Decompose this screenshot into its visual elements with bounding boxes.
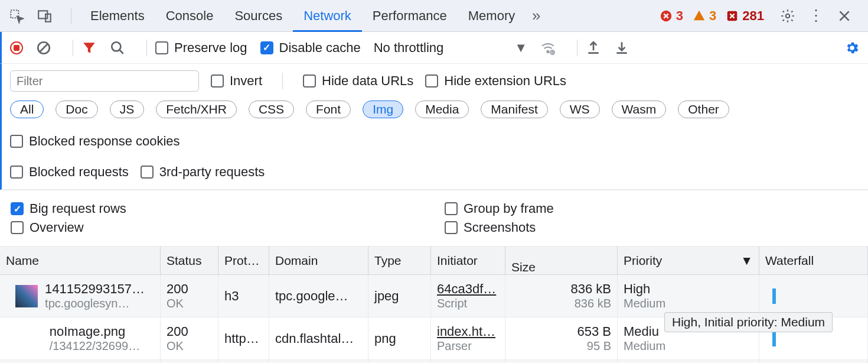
hide-data-urls-checkbox[interactable]: Hide data URLs bbox=[303, 73, 413, 89]
throttling-select[interactable]: No throttling▼ bbox=[374, 40, 527, 56]
hide-extension-urls-checkbox[interactable]: Hide extension URLs bbox=[425, 73, 566, 89]
network-conditions-icon[interactable] bbox=[540, 40, 556, 56]
filter-section: Invert Hide data URLs Hide extension URL… bbox=[0, 64, 868, 190]
filter-type-img[interactable]: Img bbox=[363, 101, 403, 118]
filter-type-fetchxhr[interactable]: Fetch/XHR bbox=[156, 101, 237, 118]
col-type[interactable]: Type bbox=[368, 247, 431, 274]
panel-tabs: Elements Console Sources Network Perform… bbox=[80, 0, 655, 32]
group-frame-checkbox[interactable]: Group by frame bbox=[445, 201, 857, 216]
priority-tooltip: High, Initial priority: Medium bbox=[664, 312, 833, 332]
table-row[interactable]: 141152993157…tpc.googlesyn…200OKh3tpc.go… bbox=[0, 275, 868, 317]
filter-type-css[interactable]: CSS bbox=[249, 101, 294, 118]
sort-desc-icon: ▼ bbox=[740, 254, 753, 268]
filter-input[interactable] bbox=[10, 70, 199, 92]
overview-checkbox[interactable]: Overview bbox=[11, 220, 423, 235]
inspect-icon[interactable] bbox=[6, 5, 27, 27]
filter-type-media[interactable]: Media bbox=[415, 101, 469, 118]
preserve-log-checkbox[interactable]: Preserve log bbox=[155, 40, 247, 56]
search-icon[interactable] bbox=[110, 40, 125, 56]
clear-button[interactable] bbox=[36, 40, 51, 56]
network-toolbar: Preserve log Disable cache No throttling… bbox=[0, 32, 868, 64]
col-priority[interactable]: Priority▼ bbox=[618, 247, 759, 274]
col-size[interactable]: Size bbox=[505, 247, 618, 274]
col-name[interactable]: Name bbox=[0, 247, 161, 274]
tab-elements[interactable]: Elements bbox=[80, 0, 155, 32]
devtools-topbar: Elements Console Sources Network Perform… bbox=[0, 0, 868, 32]
col-waterfall[interactable]: Waterfall bbox=[759, 247, 868, 274]
import-har-icon[interactable] bbox=[614, 40, 629, 56]
disable-cache-checkbox[interactable]: Disable cache bbox=[260, 40, 361, 56]
tab-sources[interactable]: Sources bbox=[224, 0, 293, 32]
table-row[interactable]: 82729994499720064ca3df12.0 kBMedium bbox=[0, 360, 868, 363]
more-tabs-icon[interactable]: » bbox=[526, 5, 547, 27]
network-settings-icon[interactable] bbox=[844, 40, 860, 56]
separator bbox=[71, 8, 71, 24]
tab-network[interactable]: Network bbox=[293, 0, 362, 32]
col-protocol[interactable]: Prot… bbox=[218, 247, 269, 274]
network-table-header: Name Status Prot… Domain Type Initiator … bbox=[0, 247, 868, 275]
settings-icon[interactable] bbox=[777, 5, 798, 27]
status-warnings[interactable]: 3 bbox=[693, 8, 716, 24]
tab-console[interactable]: Console bbox=[155, 0, 224, 32]
blocked-cookies-checkbox[interactable]: Blocked response cookies bbox=[10, 134, 180, 149]
filter-type-ws[interactable]: WS bbox=[560, 101, 600, 118]
resource-thumb bbox=[15, 285, 38, 307]
third-party-checkbox[interactable]: 3rd-party requests bbox=[141, 164, 265, 180]
export-har-icon[interactable] bbox=[586, 40, 601, 56]
kebab-icon[interactable]: ⋮ bbox=[805, 5, 827, 27]
blocked-requests-checkbox[interactable]: Blocked requests bbox=[10, 164, 129, 180]
svg-point-8 bbox=[547, 50, 549, 52]
screenshots-checkbox[interactable]: Screenshots bbox=[445, 220, 857, 235]
tab-performance[interactable]: Performance bbox=[362, 0, 458, 32]
big-rows-checkbox[interactable]: Big request rows bbox=[11, 201, 423, 216]
close-icon[interactable] bbox=[834, 5, 855, 27]
col-initiator[interactable]: Initiator bbox=[431, 247, 505, 274]
col-status[interactable]: Status bbox=[161, 247, 218, 274]
filter-type-js[interactable]: JS bbox=[110, 101, 145, 118]
filter-type-manifest[interactable]: Manifest bbox=[481, 101, 547, 118]
status-issues[interactable]: 281 bbox=[726, 8, 764, 24]
record-button[interactable] bbox=[10, 41, 23, 54]
view-options: Big request rows Overview Group by frame… bbox=[0, 190, 868, 247]
waterfall-bar bbox=[772, 331, 776, 346]
filter-type-doc[interactable]: Doc bbox=[56, 101, 97, 118]
filter-toggle-icon[interactable] bbox=[81, 40, 97, 56]
filter-type-all[interactable]: All bbox=[10, 101, 44, 118]
chevron-down-icon: ▼ bbox=[514, 40, 527, 56]
filter-type-font[interactable]: Font bbox=[306, 101, 351, 118]
tab-memory[interactable]: Memory bbox=[458, 0, 526, 32]
filter-type-wasm[interactable]: Wasm bbox=[612, 101, 667, 118]
filter-type-other[interactable]: Other bbox=[678, 101, 729, 118]
waterfall-bar bbox=[772, 289, 776, 304]
device-toggle-icon[interactable] bbox=[34, 5, 56, 27]
svg-point-7 bbox=[112, 42, 120, 51]
col-domain[interactable]: Domain bbox=[269, 247, 368, 274]
status-errors[interactable]: 3 bbox=[660, 8, 683, 24]
invert-checkbox[interactable]: Invert bbox=[211, 73, 262, 89]
svg-point-5 bbox=[786, 14, 790, 18]
